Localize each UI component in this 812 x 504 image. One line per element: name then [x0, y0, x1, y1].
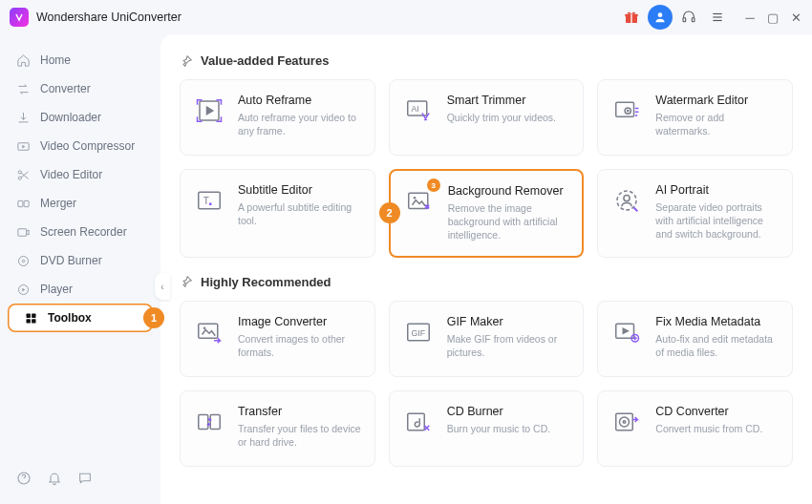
- card-smart-trimmer[interactable]: AI Smart TrimmerQuickly trim your videos…: [389, 79, 585, 156]
- card-transfer[interactable]: TransferTransfer your files to device or…: [180, 390, 375, 467]
- merge-icon: [15, 196, 31, 211]
- card-fix-metadata[interactable]: Fix Media MetadataAuto-fix and edit meta…: [597, 301, 793, 377]
- sidebar-item-label: DVD Burner: [40, 254, 102, 267]
- sidebar-item-downloader[interactable]: Downloader: [0, 103, 160, 132]
- sidebar-item-dvd-burner[interactable]: DVD Burner: [0, 246, 160, 275]
- card-title: CD Converter: [655, 405, 779, 418]
- convert-icon: [15, 81, 31, 96]
- card-desc: Remove or add watermarks.: [655, 111, 779, 137]
- image-convert-icon: [192, 315, 226, 349]
- section-title: Highly Recommended: [201, 275, 331, 289]
- card-desc: Burn your music to CD.: [447, 422, 570, 435]
- sidebar-item-merger[interactable]: Merger: [0, 189, 160, 218]
- collapse-toggle[interactable]: ‹: [155, 273, 170, 300]
- pin-icon: [180, 54, 193, 68]
- svg-rect-5: [692, 18, 694, 22]
- svg-point-28: [628, 110, 629, 111]
- card-watermark-editor[interactable]: Watermark EditorRemove or add watermarks…: [597, 79, 793, 156]
- bg-remover-icon: 3: [402, 184, 437, 219]
- sidebar-item-label: Video Compressor: [40, 139, 135, 153]
- card-cd-converter[interactable]: CD ConverterConvert music from CD.: [597, 390, 793, 467]
- step-badge-2: 2: [379, 202, 400, 223]
- svg-text:T: T: [203, 196, 209, 206]
- svg-rect-42: [210, 414, 220, 429]
- svg-text:AI: AI: [411, 104, 418, 114]
- recommended-grid: Image ConverterConvert images to other f…: [180, 301, 793, 467]
- card-title: Fix Media Metadata: [655, 315, 779, 328]
- sidebar-item-label: Downloader: [40, 111, 101, 124]
- card-image-converter[interactable]: Image ConverterConvert images to other f…: [180, 301, 375, 377]
- main-panel: Value-added Features Auto ReframeAuto re…: [160, 34, 812, 504]
- sidebar: Home Converter Downloader Video Compress…: [0, 34, 160, 504]
- step-badge-1: 1: [143, 307, 164, 328]
- card-auto-reframe[interactable]: Auto ReframeAuto reframe your video to a…: [180, 79, 375, 156]
- compress-icon: [15, 138, 31, 154]
- sidebar-item-label: Converter: [40, 82, 91, 95]
- svg-rect-18: [26, 313, 30, 317]
- grid-icon: [23, 310, 38, 326]
- svg-point-45: [620, 417, 630, 427]
- card-desc: Transfer your files to device or hard dr…: [238, 422, 361, 449]
- svg-point-3: [658, 12, 663, 17]
- sidebar-item-converter[interactable]: Converter: [0, 74, 160, 103]
- svg-rect-29: [199, 192, 221, 209]
- gif-icon: GIF: [401, 315, 436, 349]
- cd-convert-icon: [609, 405, 644, 439]
- card-desc: Separate video portraits with artificial…: [655, 200, 779, 242]
- sidebar-item-home[interactable]: Home: [0, 46, 160, 74]
- minimize-button[interactable]: ─: [743, 10, 757, 24]
- headset-icon[interactable]: [676, 5, 701, 30]
- card-desc: Auto-fix and edit metadata of media file…: [655, 332, 779, 359]
- step-badge-3: 3: [427, 178, 440, 192]
- card-desc: Quickly trim your videos.: [447, 111, 570, 124]
- svg-point-15: [18, 256, 28, 265]
- feedback-icon[interactable]: [76, 470, 94, 487]
- trimmer-icon: AI: [401, 94, 436, 128]
- scissors-icon: [15, 167, 31, 182]
- value-added-grid: Auto ReframeAuto reframe your video to a…: [180, 79, 793, 258]
- sidebar-item-toolbox[interactable]: Toolbox 1: [8, 304, 153, 332]
- user-icon[interactable]: [648, 5, 673, 30]
- svg-rect-20: [26, 319, 30, 323]
- bell-icon[interactable]: [46, 470, 63, 487]
- help-icon[interactable]: [15, 470, 32, 487]
- card-title: AI Portrait: [655, 183, 779, 197]
- svg-rect-21: [32, 319, 35, 323]
- card-subtitle-editor[interactable]: T Subtitle EditorA powerful subtitle edi…: [180, 169, 375, 258]
- subtitle-icon: T: [192, 183, 226, 218]
- download-icon: [15, 110, 31, 125]
- card-gif-maker[interactable]: GIF GIF MakerMake GIF from videos or pic…: [389, 301, 585, 377]
- transfer-icon: [192, 405, 226, 439]
- disc-icon: [15, 253, 31, 268]
- svg-point-32: [413, 197, 416, 200]
- maximize-button[interactable]: ▢: [766, 10, 780, 24]
- svg-rect-14: [17, 228, 26, 236]
- svg-rect-12: [17, 200, 22, 206]
- svg-point-16: [22, 260, 25, 262]
- svg-point-34: [624, 195, 630, 200]
- window-controls: ─ ▢ ✕: [743, 10, 802, 24]
- menu-icon[interactable]: [705, 5, 730, 30]
- card-desc: Auto reframe your video to any frame.: [238, 111, 361, 137]
- sidebar-item-video-compressor[interactable]: Video Compressor: [0, 132, 160, 160]
- play-icon: [15, 282, 31, 297]
- gift-icon[interactable]: [619, 5, 644, 30]
- section-header-value-added: Value-added Features: [180, 53, 793, 68]
- record-icon: [15, 224, 31, 240]
- svg-rect-2: [630, 14, 631, 23]
- sidebar-item-label: Toolbox: [48, 311, 92, 325]
- sidebar-item-video-editor[interactable]: Video Editor: [0, 160, 160, 189]
- sidebar-item-player[interactable]: Player: [0, 275, 160, 304]
- card-desc: A powerful subtitle editing tool.: [238, 200, 361, 227]
- svg-rect-13: [24, 200, 29, 206]
- close-button[interactable]: ✕: [789, 10, 802, 24]
- sidebar-item-screen-recorder[interactable]: Screen Recorder: [0, 218, 160, 246]
- card-title: Watermark Editor: [655, 94, 779, 107]
- svg-point-46: [624, 420, 627, 423]
- card-title: CD Burner: [447, 405, 570, 418]
- app-title: Wondershare UniConverter: [36, 10, 182, 24]
- card-ai-portrait[interactable]: AI PortraitSeparate video portraits with…: [597, 169, 793, 258]
- card-background-remover[interactable]: 2 3 Background RemoverRemove the image b…: [389, 169, 585, 258]
- card-title: Smart Trimmer: [447, 94, 570, 107]
- card-cd-burner[interactable]: CD BurnerBurn your music to CD.: [389, 390, 585, 467]
